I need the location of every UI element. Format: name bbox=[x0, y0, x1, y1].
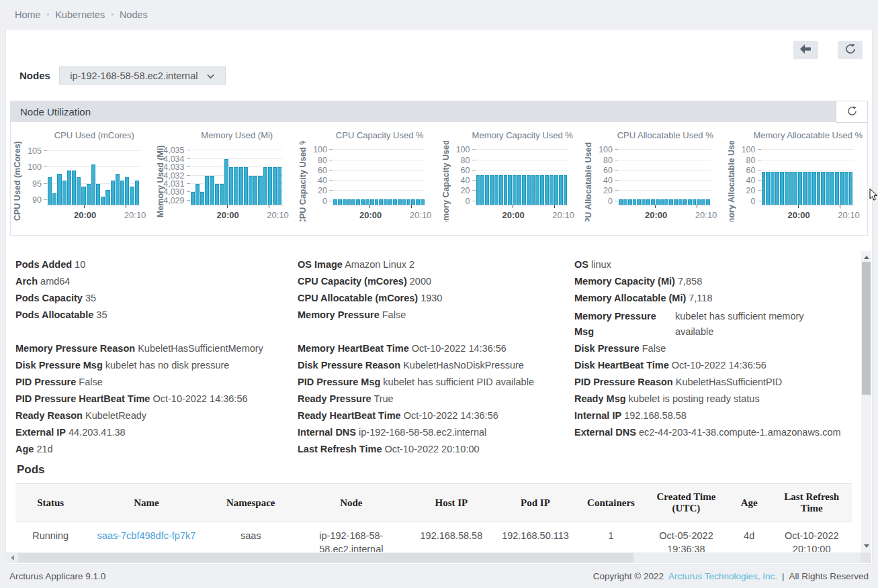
bar bbox=[535, 175, 539, 205]
detail-value: 2000 bbox=[410, 276, 431, 287]
bar bbox=[646, 199, 650, 205]
bar bbox=[125, 177, 129, 205]
node-select-dropdown[interactable]: ip-192-168-58-58.ec2.internal bbox=[59, 66, 226, 85]
details-column: Pods Added 10Arch amd64Pods Capacity 35P… bbox=[15, 256, 298, 458]
node-details-scroll-area[interactable]: Pods Added 10Arch amd64Pods Capacity 35P… bbox=[10, 251, 857, 552]
x-tick-mark bbox=[697, 205, 697, 208]
utilization-charts-row: CPU Used (mCores)CPU Used (mCores)909510… bbox=[11, 122, 867, 235]
bar bbox=[343, 199, 347, 205]
y-tick-mark bbox=[472, 149, 476, 150]
refresh-button[interactable] bbox=[838, 41, 863, 59]
bar bbox=[120, 181, 124, 205]
bar bbox=[421, 199, 425, 205]
bar bbox=[111, 181, 115, 205]
detail-value: linux bbox=[591, 259, 611, 270]
vertical-scrollbar[interactable] bbox=[861, 251, 871, 552]
y-tick-label: 100 bbox=[313, 145, 327, 154]
detail-label: Memory Pressure Msg bbox=[574, 307, 675, 340]
y-tick-mark bbox=[187, 150, 190, 150]
scroll-down-button[interactable] bbox=[861, 541, 871, 550]
scroll-up-button[interactable] bbox=[861, 252, 871, 262]
bar bbox=[623, 199, 627, 205]
detail-row: Disk Pressure Reason KubeletHasNoDiskPre… bbox=[298, 357, 568, 374]
chart-y-axis-label: Memory Capacity Used % bbox=[441, 141, 451, 222]
bar bbox=[338, 199, 342, 205]
bar bbox=[191, 192, 195, 205]
bar bbox=[527, 175, 531, 205]
bar bbox=[674, 199, 678, 205]
y-tick-label: 100 bbox=[456, 145, 470, 154]
bar bbox=[130, 187, 134, 205]
company-link[interactable]: Arcturus Technologies, Inc. bbox=[668, 571, 777, 581]
app-version: Arcturus Applicare 9.1.0 bbox=[9, 571, 105, 581]
y-tick-label: 95 bbox=[32, 179, 42, 189]
breadcrumb-kubernetes[interactable]: Kubernetes bbox=[55, 9, 105, 20]
bar bbox=[490, 175, 494, 205]
detail-row: PID Pressure False bbox=[15, 374, 291, 391]
pods-column-header: Containers bbox=[576, 484, 646, 522]
detail-label: PID Pressure Msg bbox=[298, 377, 380, 387]
back-button[interactable] bbox=[793, 41, 818, 59]
detail-row: Disk Pressure Msg kubelet has no disk pr… bbox=[15, 357, 291, 374]
x-tick-label: 20:00 bbox=[62, 210, 108, 220]
bar bbox=[388, 199, 392, 205]
detail-row: Last Refresh Time Oct-10-2022 20:10:00 bbox=[298, 441, 568, 458]
bar bbox=[96, 184, 100, 205]
bar bbox=[87, 184, 91, 205]
detail-label: Memory Allocatable (Mi) bbox=[574, 293, 686, 303]
bar bbox=[229, 167, 233, 205]
detail-row: PID Pressure HeartBeat Time Oct-10-2022 … bbox=[15, 391, 291, 407]
x-tick-mark bbox=[369, 205, 370, 208]
detail-row: External IP 44.203.41.38 bbox=[15, 424, 291, 441]
breadcrumb: Home • Kubernetes • Nodes bbox=[0, 0, 878, 29]
bar bbox=[554, 175, 558, 205]
x-tick-mark bbox=[269, 205, 269, 208]
detail-row: Memory Capacity (Mi) 7,858 bbox=[574, 273, 852, 290]
horizontal-scrollbar-thumb[interactable] bbox=[18, 553, 633, 562]
x-tick-label: 20:10 bbox=[826, 210, 867, 220]
detail-value: 10 bbox=[75, 259, 85, 270]
bar bbox=[361, 199, 365, 205]
bar bbox=[664, 199, 668, 205]
bar bbox=[840, 172, 844, 205]
scroll-left-button[interactable] bbox=[7, 552, 17, 563]
y-tick-mark bbox=[472, 190, 476, 191]
detail-value: False bbox=[382, 309, 406, 320]
chart-plot-area: 02040608010020:0020:10 bbox=[333, 146, 425, 205]
bar bbox=[633, 199, 637, 205]
pods-column-header: Status bbox=[15, 484, 85, 522]
bar bbox=[249, 176, 253, 205]
breadcrumb-home[interactable]: Home bbox=[15, 9, 41, 20]
bar bbox=[706, 199, 710, 205]
table-row: Runningsaas-7cbf498dfc-fp7k7saasip-192-1… bbox=[15, 522, 852, 552]
bar bbox=[642, 199, 646, 205]
detail-row: Ready Reason KubeletReady bbox=[15, 407, 291, 424]
bar bbox=[116, 174, 120, 205]
y-tick-label: 40 bbox=[603, 176, 613, 185]
detail-value: KubeletHasSufficientMemory bbox=[138, 343, 263, 354]
horizontal-scrollbar[interactable] bbox=[6, 552, 861, 563]
bar bbox=[798, 172, 802, 205]
details-spacer bbox=[298, 324, 568, 340]
bar bbox=[513, 175, 517, 205]
detail-row: Ready HeartBeat Time Oct-10-2022 14:36:5… bbox=[298, 407, 568, 424]
y-tick-label: 20 bbox=[318, 186, 327, 195]
bar bbox=[660, 199, 664, 205]
x-tick-label: 20:10 bbox=[683, 210, 725, 220]
bar bbox=[384, 199, 388, 205]
bar bbox=[771, 172, 775, 205]
chart-title: Memory Capacity Used % bbox=[465, 130, 581, 140]
bar bbox=[826, 172, 830, 205]
detail-row: OS Image Amazon Linux 2 bbox=[298, 256, 568, 273]
breadcrumb-nodes[interactable]: Nodes bbox=[120, 9, 148, 20]
chart-title: Memory Used (Mi) bbox=[179, 130, 296, 140]
pod-name-link[interactable]: saas-7cbf498dfc-fp7k7 bbox=[97, 530, 196, 541]
bar bbox=[253, 176, 257, 205]
vertical-scrollbar-thumb[interactable] bbox=[862, 262, 871, 395]
y-tick-label: 80 bbox=[603, 156, 613, 165]
pods-cell: Running bbox=[15, 522, 85, 552]
utilization-refresh-button[interactable] bbox=[836, 101, 868, 123]
bar bbox=[48, 177, 52, 205]
y-tick-label: 40 bbox=[461, 176, 470, 185]
detail-value: Oct-10-2022 14:36:56 bbox=[404, 410, 498, 421]
